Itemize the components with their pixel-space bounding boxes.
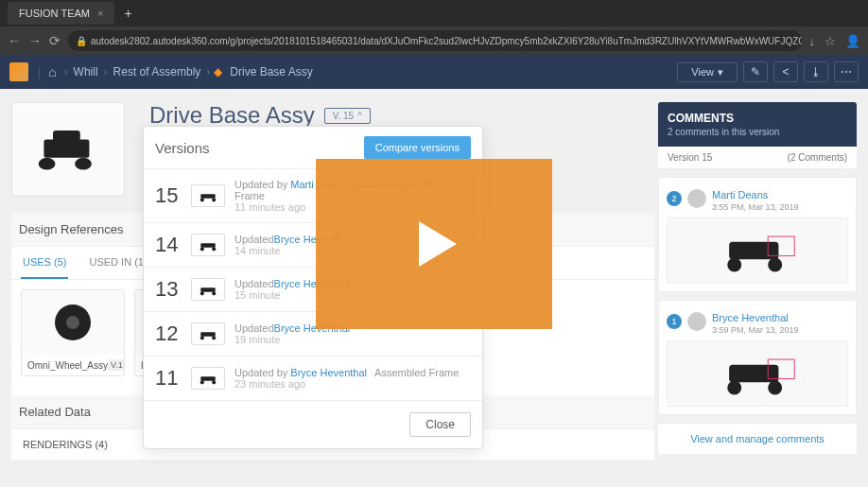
comment-time: 3:59 PM, Mar 13, 2019 bbox=[712, 325, 799, 335]
new-tab-button[interactable]: + bbox=[124, 6, 131, 21]
browser-toolbar: ← → ⟳ 🔒 autodesk2802.autodesk360.com/g/p… bbox=[0, 26, 868, 55]
item-thumbnail bbox=[11, 102, 125, 197]
svg-rect-4 bbox=[200, 194, 215, 199]
author-link[interactable]: Bryce Heventhal bbox=[290, 367, 367, 378]
svg-point-15 bbox=[212, 336, 216, 339]
breadcrumb-folder[interactable]: Rest of Assembly bbox=[108, 65, 207, 78]
home-icon[interactable]: ⌂ bbox=[48, 64, 56, 79]
svg-point-14 bbox=[200, 336, 204, 339]
star-icon[interactable]: ☆ bbox=[825, 34, 836, 48]
close-tab-icon[interactable]: × bbox=[97, 8, 103, 19]
comment-card[interactable]: 1Bryce Heventhal3:59 PM, Mar 13, 2019 bbox=[658, 300, 857, 415]
version-thumb bbox=[191, 184, 225, 207]
svg-rect-19 bbox=[729, 242, 778, 260]
version-number: 14 bbox=[155, 233, 182, 257]
svg-rect-2 bbox=[43, 140, 89, 158]
svg-point-25 bbox=[768, 380, 782, 394]
svg-rect-13 bbox=[200, 332, 215, 337]
timestamp: 23 minutes ago bbox=[234, 378, 471, 390]
version-thumb bbox=[191, 322, 225, 345]
tab-uses[interactable]: USES (5) bbox=[21, 247, 68, 279]
lock-icon: 🔒 bbox=[76, 36, 87, 46]
svg-rect-7 bbox=[200, 243, 215, 248]
version-row[interactable]: 11 Updated by Bryce HeventhalAssembled F… bbox=[144, 356, 482, 400]
reference-card[interactable]: Omni_Wheel_AssyV.1 bbox=[21, 289, 125, 376]
version-label: V. 15 bbox=[333, 111, 354, 121]
updated-by-label: Updated by bbox=[234, 367, 290, 378]
version-filter-label[interactable]: Version 15 bbox=[668, 152, 712, 163]
divider: | bbox=[38, 65, 41, 78]
fusion-logo[interactable] bbox=[9, 62, 28, 81]
breadcrumb-item: Drive Base Assy bbox=[226, 65, 316, 78]
profile-icon[interactable]: 👤 bbox=[845, 34, 860, 48]
version-thumb bbox=[191, 367, 225, 390]
svg-rect-16 bbox=[200, 376, 215, 381]
updated-by-label: Updated bbox=[234, 234, 274, 245]
version-dropdown[interactable]: V. 15 ^ bbox=[324, 108, 371, 124]
svg-rect-10 bbox=[200, 287, 215, 292]
svg-rect-23 bbox=[729, 365, 778, 383]
edit-icon[interactable]: ✎ bbox=[743, 61, 768, 82]
svg-point-18 bbox=[212, 380, 216, 384]
version-thumb bbox=[191, 278, 225, 301]
dialog-title: Versions bbox=[155, 140, 210, 156]
version-number: 12 bbox=[155, 322, 182, 346]
comment-author[interactable]: Bryce Heventhal bbox=[712, 312, 789, 323]
svg-point-1 bbox=[75, 158, 92, 170]
view-button[interactable]: View▾ bbox=[677, 62, 738, 82]
commit-message: Assembled Frame bbox=[374, 367, 459, 378]
comment-badge: 2 bbox=[667, 191, 682, 206]
url-text: autodesk2802.autodesk360.com/g/projects/… bbox=[91, 36, 802, 46]
avatar bbox=[687, 312, 706, 331]
more-icon[interactable]: ⋯ bbox=[834, 61, 859, 82]
svg-point-12 bbox=[212, 291, 216, 295]
comment-image bbox=[667, 340, 848, 407]
download-icon[interactable]: ↓ bbox=[809, 34, 816, 48]
svg-point-8 bbox=[200, 247, 204, 251]
svg-point-24 bbox=[727, 380, 741, 394]
svg-point-21 bbox=[768, 257, 782, 271]
app-bar: | ⌂ › Whill › Rest of Assembly › ◆ Drive… bbox=[0, 55, 868, 89]
version-number: 13 bbox=[155, 277, 182, 302]
url-bar[interactable]: 🔒 autodesk2802.autodesk360.com/g/project… bbox=[68, 30, 802, 51]
version-thumb bbox=[191, 234, 225, 256]
comments-subtitle: 2 comments in this version bbox=[668, 127, 847, 137]
comments-count: (2 Comments) bbox=[788, 152, 847, 163]
svg-point-17 bbox=[200, 380, 204, 384]
breadcrumb-project[interactable]: Whill bbox=[68, 65, 104, 78]
version-number: 15 bbox=[155, 183, 182, 208]
updated-by-label: Updated by bbox=[234, 179, 290, 190]
svg-rect-3 bbox=[53, 130, 80, 141]
updated-by-label: Updated bbox=[234, 322, 274, 334]
chevron-icon: › bbox=[206, 65, 210, 78]
comments-header: COMMENTS 2 comments in this version bbox=[658, 102, 857, 147]
svg-point-20 bbox=[727, 257, 741, 271]
close-button[interactable]: Close bbox=[409, 412, 471, 437]
timestamp: 19 minute bbox=[234, 334, 471, 345]
reload-icon[interactable]: ⟳ bbox=[49, 33, 61, 48]
tab-renderings[interactable]: RENDERINGS (4) bbox=[21, 429, 110, 460]
svg-marker-32 bbox=[419, 221, 457, 267]
svg-point-0 bbox=[39, 158, 56, 170]
comment-badge: 1 bbox=[667, 314, 682, 329]
share-icon[interactable]: < bbox=[773, 61, 798, 82]
comment-author[interactable]: Marti Deans bbox=[712, 189, 768, 200]
updated-by-label: Updated bbox=[234, 278, 274, 289]
view-comments-link[interactable]: View and manage comments bbox=[658, 423, 857, 454]
chevron-down-icon: ▾ bbox=[718, 66, 723, 78]
download-icon[interactable]: ⭳ bbox=[804, 61, 828, 82]
forward-icon[interactable]: → bbox=[28, 33, 42, 48]
browser-tab[interactable]: FUSION TEAM × bbox=[8, 2, 114, 25]
tab-used-in[interactable]: USED IN (1) bbox=[87, 247, 148, 279]
play-video-button[interactable] bbox=[316, 159, 552, 329]
svg-point-5 bbox=[200, 198, 204, 201]
comment-card[interactable]: 2Marti Deans3:55 PM, Mar 13, 2019 bbox=[658, 177, 857, 292]
version-tag: V.1 bbox=[108, 359, 125, 371]
view-label: View bbox=[691, 66, 714, 78]
svg-point-6 bbox=[212, 198, 216, 201]
compare-versions-button[interactable]: Compare versions bbox=[364, 136, 471, 159]
tab-title: FUSION TEAM bbox=[19, 8, 90, 19]
version-number: 11 bbox=[155, 366, 182, 391]
back-icon[interactable]: ← bbox=[8, 33, 21, 48]
chevron-up-icon: ^ bbox=[357, 111, 362, 121]
